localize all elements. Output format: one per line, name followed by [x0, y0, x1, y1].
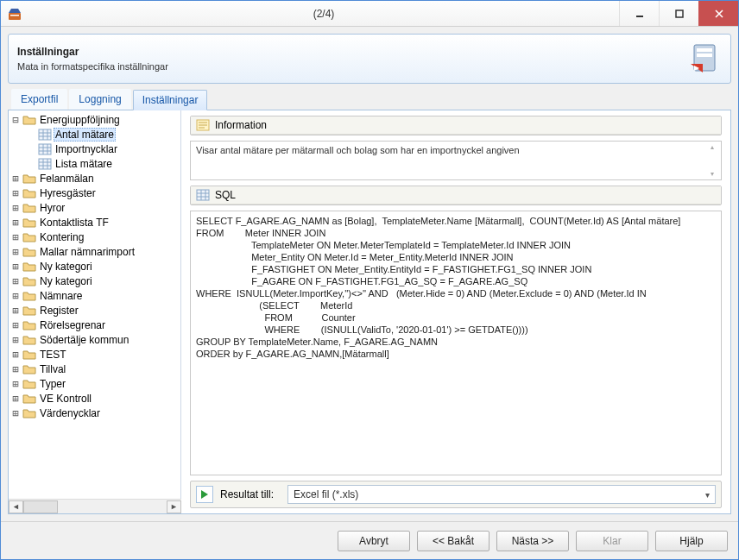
expand-icon[interactable]: ⊞ — [10, 217, 21, 229]
tree-node-vardenycklar[interactable]: ⊞Värdenycklar — [9, 406, 180, 420]
expand-icon[interactable]: ⊞ — [10, 334, 21, 346]
note-icon — [196, 119, 210, 131]
result-label: Resultat till: — [220, 488, 281, 500]
minimize-button[interactable] — [619, 1, 659, 26]
folder-icon — [22, 261, 36, 273]
tree-node-felanmalan[interactable]: ⊞Felanmälan — [9, 171, 180, 186]
folder-icon — [22, 275, 36, 287]
sql-textarea[interactable]: SELECT F_AGARE.AG_NAMN as [Bolag], Templ… — [190, 211, 722, 475]
tree-node-mallar[interactable]: ⊞Mallar nämnarimport — [9, 244, 180, 259]
expand-icon[interactable]: ⊞ — [10, 407, 21, 419]
tree-node-tillval[interactable]: ⊞Tillval — [9, 362, 180, 376]
klar-button[interactable]: Klar — [576, 531, 648, 551]
scroll-down-icon[interactable]: ▾ — [711, 170, 719, 178]
sql-section: SQL — [190, 186, 722, 205]
expand-icon[interactable]: ⊞ — [10, 261, 21, 273]
scroll-thumb[interactable] — [23, 500, 58, 513]
tree-hscrollbar[interactable]: ◄ ► — [9, 499, 181, 513]
tree-node-lista[interactable]: Lista mätare — [9, 156, 180, 171]
tree-node-kontering[interactable]: ⊞Kontering — [9, 230, 180, 244]
app-icon — [6, 5, 23, 22]
svg-rect-2 — [636, 16, 643, 17]
maximize-button[interactable] — [659, 1, 698, 26]
folder-icon — [22, 217, 36, 229]
bakat-button[interactable]: << Bakåt — [417, 531, 490, 551]
grid-icon — [196, 189, 210, 201]
tree-node-nykat1[interactable]: ⊞Ny kategori — [9, 259, 180, 274]
page-subtitle: Mata in formatspecifika inställningar — [17, 61, 168, 72]
expand-icon[interactable]: ⊞ — [10, 187, 21, 199]
svg-rect-3 — [676, 10, 683, 17]
expand-icon[interactable]: ⊞ — [10, 202, 21, 214]
folder-icon — [22, 290, 36, 302]
expand-icon[interactable]: ⊞ — [10, 393, 21, 405]
run-button[interactable] — [196, 486, 213, 503]
window-title: (2/4) — [28, 8, 619, 20]
svg-rect-17 — [39, 159, 51, 169]
hjalp-button[interactable]: Hjälp — [655, 531, 728, 551]
folder-open-icon — [22, 114, 36, 126]
tree-node-importnycklar[interactable]: Importnycklar — [9, 142, 180, 156]
expand-icon[interactable]: ⊞ — [10, 378, 21, 390]
tree-node-test[interactable]: ⊞TEST — [9, 347, 180, 362]
tree-node-hyror[interactable]: ⊞Hyror — [9, 200, 180, 215]
folder-icon — [22, 246, 36, 258]
folder-icon — [22, 407, 36, 419]
folder-icon — [22, 349, 36, 361]
titlebar: (2/4) — [1, 1, 738, 27]
svg-rect-26 — [197, 190, 209, 200]
expand-icon[interactable]: ⊞ — [10, 246, 21, 258]
category-tree[interactable]: ⊟Energiuppföljning Antal mätare Importny… — [9, 110, 181, 499]
close-button[interactable] — [698, 1, 738, 26]
grid-icon — [38, 158, 52, 170]
scroll-up-icon[interactable]: ▴ — [711, 143, 719, 151]
tree-node-namnare[interactable]: ⊞Nämnare — [9, 288, 180, 303]
folder-icon — [22, 378, 36, 390]
collapse-icon[interactable]: ⊟ — [10, 114, 21, 126]
expand-icon[interactable]: ⊞ — [10, 275, 21, 287]
expand-icon[interactable]: ⊞ — [10, 173, 21, 185]
sql-label: SQL — [215, 189, 236, 201]
folder-icon — [22, 202, 36, 214]
tree-node-rorelsegrenar[interactable]: ⊞Rörelsegrenar — [9, 318, 180, 332]
expand-icon[interactable]: ⊞ — [10, 290, 21, 302]
expand-icon[interactable]: ⊞ — [10, 305, 21, 317]
tree-node-nykat2[interactable]: ⊞Ny kategori — [9, 274, 180, 288]
page-title: Inställningar — [17, 46, 168, 58]
expand-icon[interactable]: ⊞ — [10, 363, 21, 375]
tree-node-sodertalje[interactable]: ⊞Södertälje kommun — [9, 332, 180, 347]
tab-installningar[interactable]: Inställningar — [133, 90, 208, 110]
nasta-button[interactable]: Nästa >> — [496, 531, 569, 551]
information-textarea[interactable]: Visar antal mätare per mätarmall och bol… — [190, 141, 722, 180]
server-icon — [687, 41, 722, 76]
result-combo[interactable]: Excel fil (*.xls) ▾ — [287, 485, 716, 504]
tree-node-energi[interactable]: ⊟Energiuppföljning — [9, 112, 180, 127]
scroll-right-icon[interactable]: ► — [167, 500, 181, 513]
folder-icon — [22, 363, 36, 375]
expand-icon[interactable]: ⊞ — [10, 319, 21, 331]
tree-node-antal[interactable]: Antal mätare — [9, 127, 180, 142]
expand-icon[interactable]: ⊞ — [10, 231, 21, 243]
tree-node-typer[interactable]: ⊞Typer — [9, 376, 180, 391]
svg-rect-1 — [10, 15, 19, 16]
wizard-buttons: Avbryt << Bakåt Nästa >> Klar Hjälp — [1, 521, 738, 559]
tree-node-vekontroll[interactable]: ⊞VE Kontroll — [9, 391, 180, 406]
chevron-down-icon: ▾ — [705, 490, 710, 500]
tab-loggning[interactable]: Loggning — [69, 89, 130, 110]
svg-rect-0 — [9, 13, 21, 20]
tab-bar: Exportfil Loggning Inställningar — [8, 89, 731, 110]
header-panel: Inställningar Mata in formatspecifika in… — [8, 34, 731, 84]
tree-node-kontaktlista[interactable]: ⊞Kontaktlista TF — [9, 215, 180, 230]
folder-icon — [22, 393, 36, 405]
folder-icon — [22, 319, 36, 331]
expand-icon[interactable]: ⊞ — [10, 349, 21, 361]
svg-rect-5 — [697, 48, 712, 52]
tab-exportfil[interactable]: Exportfil — [11, 89, 67, 110]
tree-node-register[interactable]: ⊞Register — [9, 303, 180, 318]
scroll-left-icon[interactable]: ◄ — [9, 500, 23, 513]
play-icon — [199, 489, 210, 500]
information-section: Information — [190, 116, 722, 135]
svg-rect-12 — [39, 144, 51, 154]
tree-node-hyresgaster[interactable]: ⊞Hyresgäster — [9, 186, 180, 200]
avbryt-button[interactable]: Avbryt — [338, 531, 410, 551]
